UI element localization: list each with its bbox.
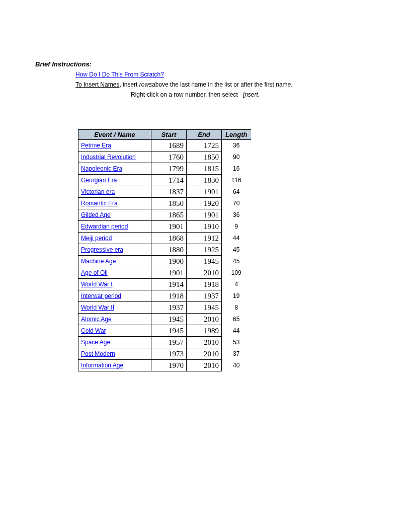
event-link[interactable]: Industrial Revolution: [81, 154, 136, 161]
period: .: [258, 91, 260, 98]
right-click-instruction: Right-click on a row number, then select…: [131, 90, 411, 99]
cell-name: Georgian Era: [78, 175, 151, 186]
cell-length: 16: [222, 163, 251, 175]
cell-name: Napoleonic Era: [78, 163, 151, 175]
cell-length: 53: [222, 337, 251, 348]
cell-length: 36: [222, 140, 251, 151]
cell-name: Cold War: [78, 325, 151, 337]
table-row: World War II193719458: [78, 302, 251, 314]
event-link[interactable]: Georgian Era: [81, 177, 117, 184]
cell-end: 1912: [187, 233, 222, 244]
cell-name: Petrine Era: [78, 140, 151, 151]
event-link[interactable]: Information Age: [81, 362, 123, 369]
cell-end: 2010: [187, 314, 222, 325]
cell-start: 1918: [151, 290, 187, 302]
cell-start: 1970: [151, 360, 187, 371]
cell-end: 1725: [187, 140, 222, 151]
cell-start: 1689: [151, 140, 187, 151]
cell-start: 1714: [151, 175, 187, 186]
cell-end: 1815: [187, 163, 222, 175]
cell-end: 1910: [187, 221, 222, 233]
insert-names-label: To Insert Names: [75, 81, 119, 88]
cell-end: 2010: [187, 360, 222, 371]
table-row: Information Age1970201040: [78, 360, 251, 371]
event-link[interactable]: Space Age: [81, 339, 110, 346]
cell-end: 1830: [187, 175, 222, 186]
cell-length: 36: [222, 209, 251, 221]
event-link[interactable]: World War II: [81, 304, 114, 311]
cell-end: 1925: [187, 244, 222, 256]
cell-length: 8: [222, 302, 251, 314]
cell-name: Victorian era: [78, 186, 151, 198]
cell-name: Information Age: [78, 360, 151, 371]
event-link[interactable]: Gilded Age: [81, 211, 111, 218]
col-header-end: End: [187, 130, 222, 140]
cell-end: 1945: [187, 302, 222, 314]
table-row: Machine Age1900194545: [78, 256, 251, 267]
cell-start: 1957: [151, 337, 187, 348]
cell-end: 1901: [187, 209, 222, 221]
event-link[interactable]: Interwar period: [81, 292, 121, 299]
cell-start: 1900: [151, 256, 187, 267]
cell-name: Age of Oil: [78, 267, 151, 279]
table-row: Post Modern1973201037: [78, 348, 251, 360]
cell-start: 1945: [151, 314, 187, 325]
cell-start: 1799: [151, 163, 187, 175]
cell-length: 37: [222, 348, 251, 360]
event-link[interactable]: Machine Age: [81, 258, 116, 265]
cell-length: 64: [222, 186, 251, 198]
cell-end: 1920: [187, 198, 222, 209]
cell-end: 1937: [187, 290, 222, 302]
col-header-length: Length: [222, 130, 251, 140]
rightclick-text: Right-click on a row number, then select: [131, 91, 239, 98]
cell-start: 1901: [151, 267, 187, 279]
cell-end: 1918: [187, 279, 222, 290]
instructions-heading: Brief Instructions:: [35, 60, 411, 68]
cell-name: Romantic Era: [78, 198, 151, 209]
events-table: Event / Name Start End Length Petrine Er…: [78, 129, 251, 371]
cell-start: 1914: [151, 279, 187, 290]
event-link[interactable]: Napoleonic Era: [81, 165, 122, 172]
cell-length: 9: [222, 221, 251, 233]
cell-name: Machine Age: [78, 256, 151, 267]
table-row: Romantic Era1850192070: [78, 198, 251, 209]
cell-end: 2010: [187, 337, 222, 348]
cell-length: 4: [222, 279, 251, 290]
event-link[interactable]: Progressive era: [81, 246, 123, 253]
insert-text-mid: , insert: [119, 81, 139, 88]
event-link[interactable]: Meiji period: [81, 235, 112, 242]
insert-text-suffix: above the last name in the list or after…: [152, 81, 292, 88]
event-link[interactable]: Petrine Era: [81, 142, 111, 149]
event-link[interactable]: Victorian era: [81, 188, 115, 195]
scratch-link[interactable]: How Do I Do This From Scratch?: [75, 71, 164, 78]
event-link[interactable]: Atomic Age: [81, 316, 112, 323]
cell-length: 40: [222, 360, 251, 371]
table-row: Age of Oil19012010109: [78, 267, 251, 279]
event-link[interactable]: World War I: [81, 281, 113, 288]
event-link[interactable]: Edwardian period: [81, 223, 128, 230]
insert-instruction-line: To Insert Names, insert rowsabove the la…: [75, 80, 411, 89]
cell-start: 1901: [151, 221, 187, 233]
table-row: Interwar period1918193719: [78, 290, 251, 302]
cell-start: 1760: [151, 151, 187, 163]
scratch-link-line: How Do I Do This From Scratch?: [75, 70, 411, 79]
cell-end: 2010: [187, 267, 222, 279]
cell-end: 1945: [187, 256, 222, 267]
cell-length: 65: [222, 314, 251, 325]
event-link[interactable]: Romantic Era: [81, 200, 118, 207]
cell-length: 70: [222, 198, 251, 209]
event-link[interactable]: Cold War: [81, 327, 106, 334]
event-link[interactable]: Post Modern: [81, 350, 115, 357]
cell-end: 2010: [187, 348, 222, 360]
cell-name: Edwardian period: [78, 221, 151, 233]
cell-end: 1901: [187, 186, 222, 198]
table-row: Cold War1945198944: [78, 325, 251, 337]
cell-name: Progressive era: [78, 244, 151, 256]
table-row: Industrial Revolution1760185090: [78, 151, 251, 163]
cell-start: 1973: [151, 348, 187, 360]
insert-word: Insert: [243, 91, 258, 98]
event-link[interactable]: Age of Oil: [81, 269, 108, 276]
cell-start: 1837: [151, 186, 187, 198]
table-header-row: Event / Name Start End Length: [78, 130, 251, 140]
cell-start: 1868: [151, 233, 187, 244]
